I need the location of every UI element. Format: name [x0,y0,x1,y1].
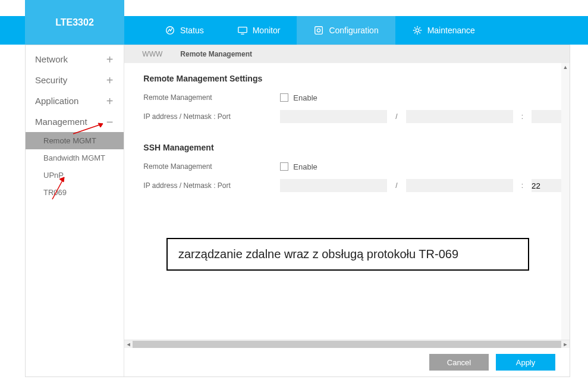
ssh-netmask-input[interactable] [406,179,513,192]
settings-pane: Remote Management Settings Remote Manage… [124,63,570,340]
sidebar-cat-security[interactable]: Security + [26,70,124,90]
nav-monitor-label: Monitor [253,26,281,35]
vertical-scrollbar[interactable]: ▲ [561,63,570,340]
sidebar: Network + Security + Application + Manag… [26,45,124,377]
expand-icon: + [106,55,114,64]
colon-sep: : [518,181,527,190]
colon-sep: : [518,112,527,121]
config-icon [313,25,324,36]
footer-actions: Cancel Apply [124,348,570,377]
brand-tab[interactable]: LTE3302 [25,0,124,45]
content-area: WWW Remote Management Remote Management … [124,45,570,377]
apply-button[interactable]: Apply [496,354,555,371]
tab-remote-management[interactable]: Remote Management [180,50,252,58]
scroll-thumb[interactable] [133,341,561,348]
nav-maintenance[interactable]: Maintenance [395,16,492,45]
scroll-up-icon: ▲ [561,63,570,71]
expand-icon: + [106,76,114,84]
expand-icon: + [106,97,114,105]
cancel-button[interactable]: Cancel [429,354,489,371]
scroll-right-icon: ► [561,340,570,349]
monitor-icon [237,25,248,36]
slash-sep: / [392,181,401,190]
nav-monitor[interactable]: Monitor [221,16,297,45]
remote-netmask-input[interactable] [406,110,513,123]
horizontal-scrollbar[interactable]: ◄ ► [124,340,570,348]
scroll-left-icon: ◄ [124,340,133,349]
nav-configuration[interactable]: Configuration [297,16,395,45]
sidebar-item-remote-mgmt[interactable]: Remote MGMT [26,132,124,149]
remote-mgmt-label: Remote Management [143,93,280,102]
svg-rect-1 [238,27,247,33]
sidebar-cat-application[interactable]: Application + [26,90,124,111]
nav-maintenance-label: Maintenance [427,26,475,35]
main-shell: Network + Security + Application + Manag… [25,45,570,377]
sidebar-cat-management-label: Management [35,117,87,127]
ssh-enable-checkbox[interactable] [280,162,288,171]
nav-status[interactable]: Status [148,16,221,45]
ssh-enable-label: Enable [293,162,317,171]
remote-mgmt-enable-checkbox[interactable] [280,93,288,102]
svg-point-4 [317,29,320,32]
sidebar-cat-application-label: Application [35,96,78,106]
sidebar-item-upnp[interactable]: UPnP [26,167,124,184]
collapse-icon: − [106,118,114,126]
remote-ipnp-label: IP address / Netmask : Port [143,112,280,121]
svg-rect-3 [315,27,323,34]
sidebar-item-bandwidth-mgmt[interactable]: Bandwidth MGMT [26,149,124,167]
sidebar-cat-management[interactable]: Management − [26,111,124,132]
top-nav: LTE3302 Status Monitor Configuration Mai… [0,16,588,45]
tab-www[interactable]: WWW [142,50,162,58]
sub-tabs: WWW Remote Management [124,45,570,63]
sidebar-cat-network[interactable]: Network + [26,49,124,70]
svg-point-5 [416,29,419,32]
ssh-ipnp-label: IP address / Netmask : Port [143,181,280,190]
nav-configuration-label: Configuration [329,26,378,35]
annotation-box: zarządzanie zdalne wraz z obsługą protok… [166,238,529,271]
remote-ip-input[interactable] [280,110,387,123]
nav-status-label: Status [180,26,204,35]
remote-mgmt-enable-label: Enable [293,93,317,102]
status-icon [165,25,175,36]
sidebar-item-tr069[interactable]: TR069 [26,184,124,201]
sidebar-cat-network-label: Network [35,54,68,64]
ssh-ip-input[interactable] [280,179,387,192]
ssh-mgmt-label: Remote Management [143,162,280,171]
section-ssh-title: SSH Management [143,143,561,152]
remote-port-input[interactable] [532,110,561,123]
sidebar-cat-security-label: Security [35,75,67,85]
slash-sep: / [392,112,401,121]
section-remote-title: Remote Management Settings [143,74,561,83]
ssh-port-input[interactable] [532,179,561,192]
gear-icon [412,25,423,36]
